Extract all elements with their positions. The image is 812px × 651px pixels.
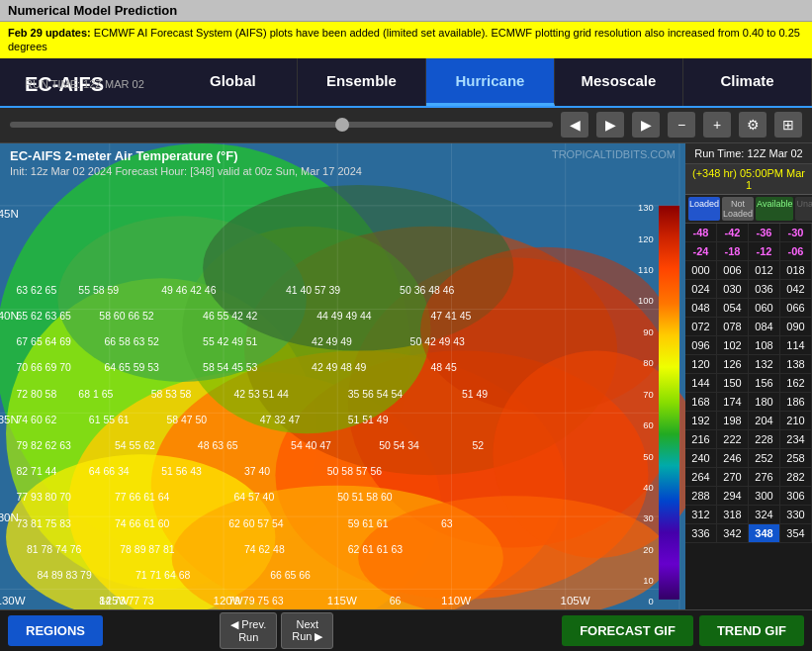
- forecast-cell[interactable]: -24: [685, 242, 717, 260]
- tab-global[interactable]: Global: [169, 58, 298, 106]
- forecast-row: 216222228234: [685, 430, 812, 449]
- forecast-cell[interactable]: 300: [749, 487, 780, 505]
- forecast-cell[interactable]: 132: [749, 355, 780, 373]
- forecast-cell[interactable]: 198: [717, 412, 749, 429]
- play-button[interactable]: ▶: [596, 112, 624, 138]
- forecast-cell[interactable]: 096: [685, 336, 717, 354]
- forecast-cell[interactable]: -12: [749, 242, 780, 260]
- svg-text:74 66 61 60: 74 66 61 60: [115, 517, 169, 528]
- forecast-row: -24-18-12-06: [685, 242, 812, 261]
- forecast-cell[interactable]: 120: [685, 355, 717, 373]
- forecast-cell[interactable]: 126: [717, 355, 749, 373]
- forecast-cell[interactable]: 030: [717, 280, 749, 298]
- zoom-in-button[interactable]: +: [703, 112, 731, 138]
- forecast-cell[interactable]: 090: [780, 318, 812, 335]
- svg-text:70: 70: [643, 388, 653, 399]
- forecast-cell[interactable]: -30: [780, 224, 812, 241]
- tab-mesoscale[interactable]: Mesoscale: [555, 58, 683, 106]
- forecast-cell[interactable]: 204: [749, 412, 780, 429]
- forecast-cell[interactable]: 252: [749, 449, 780, 467]
- forecast-cell[interactable]: 114: [780, 336, 812, 354]
- trend-gif-button[interactable]: TREND GIF: [699, 615, 804, 646]
- forecast-cell[interactable]: 330: [780, 506, 812, 523]
- forecast-cell[interactable]: 354: [780, 524, 812, 542]
- timeline-slider[interactable]: [10, 122, 553, 128]
- forecast-cell[interactable]: 084: [749, 318, 780, 335]
- forecast-cell[interactable]: -06: [780, 242, 812, 260]
- forecast-cell[interactable]: 072: [685, 318, 717, 335]
- forecast-cell[interactable]: 216: [685, 430, 717, 448]
- forecast-cell[interactable]: 048: [685, 299, 717, 317]
- forecast-cell[interactable]: 018: [780, 261, 812, 279]
- forecast-cell[interactable]: 234: [780, 430, 812, 448]
- svg-text:20: 20: [643, 543, 653, 554]
- forecast-row: 288294300306: [685, 487, 812, 506]
- forecast-cell[interactable]: 054: [717, 299, 749, 317]
- forecast-cell[interactable]: 036: [749, 280, 780, 298]
- tab-ensemble[interactable]: Ensemble: [298, 58, 426, 106]
- forecast-cell[interactable]: 000: [685, 261, 717, 279]
- forecast-cell[interactable]: 276: [749, 468, 780, 486]
- zoom-out-button[interactable]: −: [668, 112, 695, 138]
- forecast-cell[interactable]: 186: [780, 393, 812, 411]
- svg-text:42 53 51 44: 42 53 51 44: [234, 388, 289, 399]
- forecast-cell[interactable]: 336: [685, 524, 717, 542]
- svg-text:50: 50: [643, 450, 653, 461]
- forecast-cell[interactable]: 168: [685, 393, 717, 411]
- forecast-cell[interactable]: -18: [717, 242, 749, 260]
- forecast-cell[interactable]: 138: [780, 355, 812, 373]
- regions-button[interactable]: REGIONS: [8, 615, 103, 646]
- forecast-cell[interactable]: 294: [717, 487, 749, 505]
- forecast-row: 264270276282: [685, 468, 812, 487]
- forecast-cell[interactable]: 150: [717, 374, 749, 392]
- tab-hurricane[interactable]: Hurricane: [426, 58, 555, 106]
- forecast-cell[interactable]: -36: [749, 224, 780, 241]
- forecast-cell[interactable]: 288: [685, 487, 717, 505]
- next-run-button[interactable]: NextRun ▶: [281, 612, 333, 649]
- forecast-cell[interactable]: 210: [780, 412, 812, 429]
- forecast-cell[interactable]: 006: [717, 261, 749, 279]
- map-area[interactable]: EC-AIFS 2-meter Air Temperature (°F) Ini…: [0, 143, 685, 609]
- forecast-cell[interactable]: 318: [717, 506, 749, 523]
- forecast-cell[interactable]: 270: [717, 468, 749, 486]
- forecast-cell[interactable]: 174: [717, 393, 749, 411]
- tab-climate[interactable]: Climate: [683, 58, 812, 106]
- forecast-cell[interactable]: 222: [717, 430, 749, 448]
- forecast-cell[interactable]: 348: [749, 524, 780, 542]
- forecast-cell[interactable]: 240: [685, 449, 717, 467]
- forecast-cell[interactable]: -48: [685, 224, 717, 241]
- forecast-cell[interactable]: 324: [749, 506, 780, 523]
- forecast-cell[interactable]: 066: [780, 299, 812, 317]
- svg-text:51 51 49: 51 51 49: [348, 414, 389, 424]
- forecast-cell[interactable]: 306: [780, 487, 812, 505]
- forecast-cell[interactable]: 192: [685, 412, 717, 429]
- forecast-cell[interactable]: 162: [780, 374, 812, 392]
- prev-frame-button[interactable]: ◀: [561, 112, 588, 138]
- forecast-cell[interactable]: 060: [749, 299, 780, 317]
- grid-button[interactable]: ⊞: [774, 112, 802, 138]
- settings-button[interactable]: ⚙: [739, 112, 767, 138]
- forecast-cell[interactable]: 228: [749, 430, 780, 448]
- forecast-cell[interactable]: 042: [780, 280, 812, 298]
- forecast-cell[interactable]: 012: [749, 261, 780, 279]
- forecast-cell[interactable]: 102: [717, 336, 749, 354]
- forecast-cell[interactable]: 264: [685, 468, 717, 486]
- slider-thumb[interactable]: [335, 118, 349, 132]
- forecast-cell[interactable]: 312: [685, 506, 717, 523]
- forecast-cell[interactable]: 078: [717, 318, 749, 335]
- svg-text:-10: -10: [640, 605, 654, 609]
- forecast-hour-list[interactable]: -48-42-36-30-24-18-12-060000060120180240…: [685, 224, 812, 609]
- forecast-gif-button[interactable]: FORECAST GIF: [562, 615, 693, 646]
- forecast-cell[interactable]: 108: [749, 336, 780, 354]
- forecast-cell[interactable]: 282: [780, 468, 812, 486]
- forecast-cell[interactable]: 246: [717, 449, 749, 467]
- forecast-cell[interactable]: 024: [685, 280, 717, 298]
- forecast-cell[interactable]: 342: [717, 524, 749, 542]
- next-frame-button[interactable]: ▶: [632, 112, 660, 138]
- forecast-cell[interactable]: 258: [780, 449, 812, 467]
- prev-run-button[interactable]: ◀ Prev.Run: [220, 612, 277, 649]
- forecast-cell[interactable]: -42: [717, 224, 749, 241]
- forecast-cell[interactable]: 156: [749, 374, 780, 392]
- forecast-cell[interactable]: 144: [685, 374, 717, 392]
- forecast-cell[interactable]: 180: [749, 393, 780, 411]
